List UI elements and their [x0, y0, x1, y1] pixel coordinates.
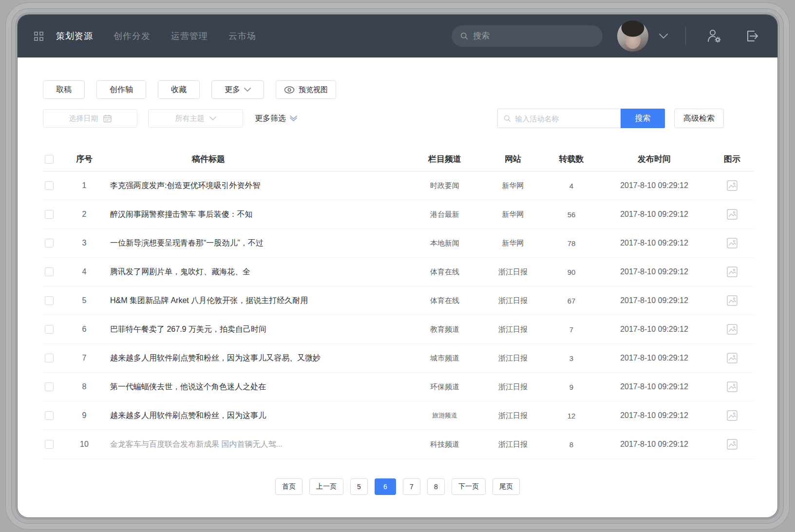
row-checkbox[interactable] — [45, 267, 54, 276]
row-title: 李克强两度发声:创造更优环境吸引外资外智 — [106, 181, 408, 191]
activity-search-input[interactable] — [515, 114, 615, 123]
pagination-page-8[interactable]: 8 — [427, 478, 445, 495]
row-title: 醉汉闹事踢警察撞击警车 事后装傻：不知 — [106, 209, 408, 220]
row-channel: 城市频道 — [408, 354, 481, 363]
row-title: 巴菲特午餐卖了 267.9 万美元，拍卖自己时间 — [106, 324, 408, 335]
row-reposts: 12 — [545, 412, 598, 420]
double-chevron-down-icon — [290, 115, 297, 122]
row-no: 4 — [62, 267, 106, 276]
search-icon — [460, 32, 468, 40]
row-channel: 体育在线 — [408, 267, 481, 277]
row-title: 腾讯发了网剧片单，鬼吹灯、藏海花、全 — [106, 267, 408, 277]
pagination-page-5[interactable]: 5 — [350, 478, 368, 495]
logout-icon[interactable] — [744, 29, 759, 43]
timeline-button[interactable]: 创作轴 — [96, 80, 146, 99]
image-thumbnail-icon[interactable] — [727, 410, 738, 421]
image-thumbnail-icon[interactable] — [727, 180, 738, 191]
pagination-last[interactable]: 尾页 — [492, 478, 520, 495]
row-site: 浙江日报 — [481, 296, 545, 305]
select-all-checkbox[interactable] — [45, 155, 54, 164]
pagination-first[interactable]: 首页 — [275, 478, 303, 495]
col-header-reposts: 转载数 — [545, 153, 598, 165]
more-button[interactable]: 更多 — [211, 80, 264, 99]
row-reposts: 56 — [545, 210, 598, 219]
image-thumbnail-icon[interactable] — [727, 353, 738, 363]
account-settings-icon[interactable] — [706, 28, 722, 44]
row-time: 2017-8-10 09:29:12 — [598, 354, 710, 362]
row-checkbox[interactable] — [45, 354, 54, 362]
global-search[interactable] — [452, 25, 603, 47]
image-thumbnail-icon[interactable] — [727, 266, 738, 277]
col-header-time: 发布时间 — [598, 153, 710, 165]
col-header-title: 稿件标题 — [106, 153, 408, 165]
image-thumbnail-icon[interactable] — [727, 324, 738, 335]
row-checkbox[interactable] — [45, 325, 54, 334]
table-row: 10 金龙客车与百度联合发布新成果 国内首辆无人驾... 科技频道 浙江日报 8… — [43, 430, 754, 459]
row-title: H&M 集团新品牌 Arket 八月伦敦开张，据说主打经久耐用 — [106, 296, 408, 306]
image-thumbnail-icon[interactable] — [727, 238, 738, 248]
nav-item-operation[interactable]: 运营管理 — [171, 30, 208, 42]
pagination-page-6-active[interactable]: 6 — [375, 478, 396, 495]
row-channel: 体育在线 — [408, 296, 481, 305]
row-site: 浙江日报 — [481, 325, 545, 334]
advanced-search-button[interactable]: 高级检索 — [674, 109, 724, 128]
row-no: 8 — [62, 382, 106, 391]
row-checkbox[interactable] — [45, 411, 54, 420]
chevron-down-icon — [244, 88, 251, 92]
chevron-down-icon[interactable] — [659, 34, 668, 39]
nav-item-market[interactable]: 云市场 — [228, 30, 256, 42]
row-site: 新华网 — [481, 210, 545, 219]
row-reposts: 3 — [545, 354, 598, 362]
row-time: 2017-8-10 09:29:12 — [598, 181, 710, 190]
activity-search-group: 搜索 高级检索 — [497, 109, 724, 128]
eye-icon — [284, 86, 295, 94]
row-site: 浙江日报 — [481, 440, 545, 449]
global-search-input[interactable] — [473, 31, 594, 41]
topic-select[interactable]: 所有主题 — [148, 109, 243, 128]
draft-button[interactable]: 取稿 — [43, 80, 85, 99]
pagination-page-7[interactable]: 7 — [403, 478, 420, 495]
row-time: 2017-8-10 09:29:12 — [598, 440, 710, 449]
table-row: 1 李克强两度发声:创造更优环境吸引外资外智 时政要闻 新华网 4 2017-8… — [43, 171, 754, 200]
col-header-image: 图示 — [710, 153, 754, 165]
image-thumbnail-icon[interactable] — [727, 439, 738, 450]
filter-bar: 选择日期 所有主题 更多筛选 — [43, 109, 724, 128]
search-button[interactable]: 搜索 — [621, 109, 665, 128]
row-reposts: 4 — [545, 182, 598, 190]
row-checkbox[interactable] — [45, 181, 54, 190]
preview-view-button[interactable]: 预览视图 — [276, 80, 336, 99]
activity-search[interactable] — [497, 109, 621, 128]
more-filters-toggle[interactable]: 更多筛选 — [255, 114, 297, 124]
row-checkbox[interactable] — [45, 382, 54, 391]
row-checkbox[interactable] — [45, 440, 54, 449]
nav-item-planning[interactable]: 策划资源 — [56, 30, 93, 42]
col-header-no: 序号 — [62, 153, 106, 165]
row-checkbox[interactable] — [45, 239, 54, 247]
date-picker[interactable]: 选择日期 — [43, 109, 137, 128]
apps-grid-icon[interactable] — [34, 32, 43, 41]
table-row: 4 腾讯发了网剧片单，鬼吹灯、藏海花、全 体育在线 浙江日报 90 2017-8… — [43, 258, 754, 286]
row-checkbox[interactable] — [45, 210, 54, 219]
top-navbar: 策划资源 创作分发 运营管理 云市场 — [18, 15, 777, 57]
favorite-button[interactable]: 收藏 — [158, 80, 200, 99]
row-reposts: 90 — [545, 268, 598, 276]
row-checkbox[interactable] — [45, 296, 54, 305]
user-avatar[interactable] — [617, 20, 648, 52]
col-header-site: 网站 — [481, 153, 545, 165]
pagination-next[interactable]: 下一页 — [452, 478, 486, 495]
row-site: 浙江日报 — [481, 354, 545, 363]
nav-item-creation[interactable]: 创作分发 — [114, 30, 151, 42]
pagination-prev[interactable]: 上一页 — [309, 478, 343, 495]
row-no: 6 — [62, 325, 106, 334]
pagination: 首页 上一页 5 6 7 8 下一页 尾页 — [18, 478, 777, 495]
table-row: 8 第一代蝙蝠侠去世，他说这个角色迷人之处在 环保频道 浙江日报 9 2017-… — [43, 373, 754, 401]
row-site: 浙江日报 — [481, 382, 545, 392]
row-time: 2017-8-10 09:29:12 — [598, 296, 710, 305]
image-thumbnail-icon[interactable] — [727, 381, 738, 392]
row-site: 新华网 — [481, 239, 545, 248]
topic-select-label: 所有主题 — [175, 114, 205, 123]
image-thumbnail-icon[interactable] — [727, 295, 738, 306]
table-row: 7 越来越多人用软件刷点赞和粉丝，因为这事儿又容易、又微妙 城市频道 浙江日报 … — [43, 344, 754, 373]
search-icon — [504, 114, 511, 123]
image-thumbnail-icon[interactable] — [727, 209, 738, 220]
